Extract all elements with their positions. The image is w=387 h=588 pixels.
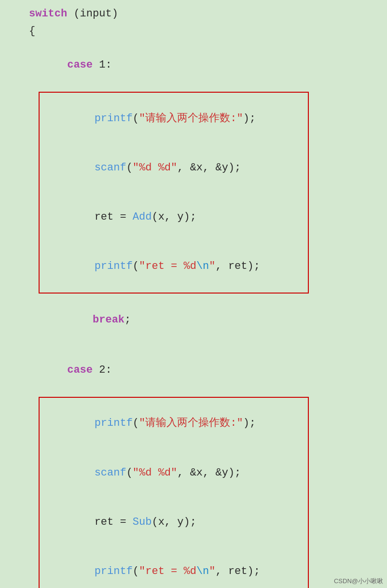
switch-header-line: switch (input) <box>10 6 377 22</box>
open-brace: { <box>10 23 377 40</box>
open-brace-line: { <box>10 23 377 40</box>
case2-section: case 2: printf("请输入两个操作数:"); scanf("%d %… <box>10 346 377 588</box>
case1-scanf: scanf("%d %d", &x, &y); <box>43 143 304 193</box>
case2-printf2: printf("ret = %d\n", ret); <box>43 547 304 588</box>
switch-keyword: switch (input) <box>10 6 377 22</box>
case1-printf2: printf("ret = %d\n", ret); <box>43 242 304 291</box>
case2-scanf: scanf("%d %d", &x, &y); <box>43 448 304 497</box>
watermark: CSDN@小小啾啾 <box>334 576 383 586</box>
case2-ret-sub: ret = Sub(x, y); <box>43 498 304 547</box>
case1-ret-add: ret = Add(x, y); <box>43 193 304 242</box>
case1-block: printf("请输入两个操作数:"); scanf("%d %d", &x, … <box>39 92 309 293</box>
case1-printf1: printf("请输入两个操作数:"); <box>43 94 304 143</box>
case1-break: break; <box>10 295 377 345</box>
case1-section: case 1: printf("请输入两个操作数:"); scanf("%d %… <box>10 41 377 345</box>
case2-printf1: printf("请输入两个操作数:"); <box>43 399 304 448</box>
case1-label: case 1: <box>10 41 377 90</box>
case2-block: printf("请输入两个操作数:"); scanf("%d %d", &x, … <box>39 397 309 588</box>
case2-label: case 2: <box>10 346 377 395</box>
code-container: switch (input) { case 1: printf("请输入两个操作… <box>0 4 387 588</box>
